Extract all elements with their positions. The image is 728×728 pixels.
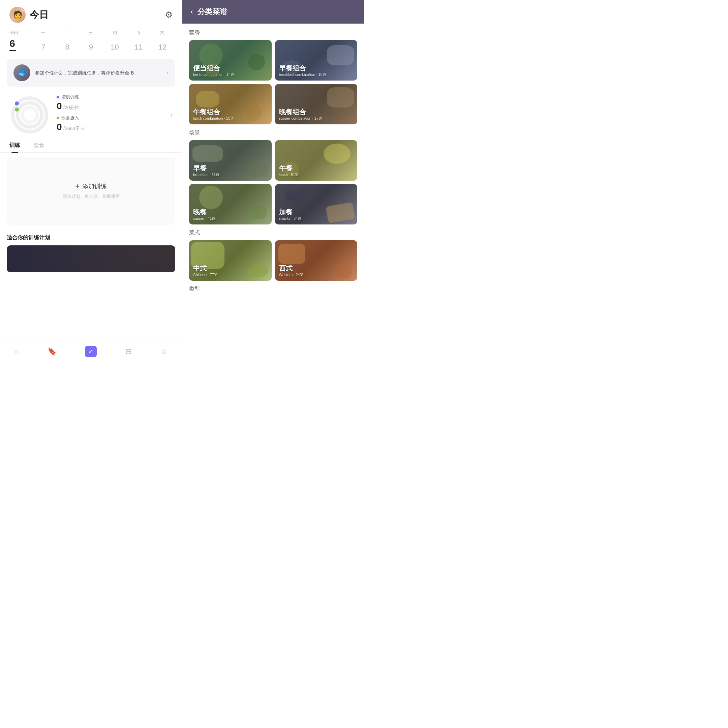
nav-profile[interactable]: ☺ [153,346,174,357]
tab-training[interactable]: 训练 [9,139,20,152]
add-training-button[interactable]: + 添加训练 [75,182,107,191]
food-name-snacks: 加餐 [279,208,302,216]
food-sub-snacks: snacks · 34道 [279,216,302,221]
food-sub-western: Western · 24道 [279,272,304,277]
expand-arrow-icon[interactable]: › [171,112,173,119]
add-training-subtitle: 添加计划、单节课、直播课等 [63,193,120,200]
tab-diet[interactable]: 饮食 [34,139,44,152]
day-label-2: 二 [57,30,77,36]
day-label-3: 三 [81,30,101,36]
ring-stats: 增肌训练 0 /20分钟 饮食摄入 0 /2660千卡 [57,94,161,136]
bottom-nav: ⌂ 🔖 ✓ ⊟ ☺ [0,340,182,364]
muscle-label: 增肌训练 [61,94,79,100]
nav-home[interactable]: ⌂ [8,346,25,357]
svg-point-2 [22,107,37,122]
diet-stat: 饮食摄入 0 /2660千卡 [57,115,161,133]
grid-scenes: 早餐 breakfast · 67道 午餐 lunch · 81道 [189,140,357,225]
avatar[interactable]: 🧑 [9,7,26,23]
diet-unit: /2660千卡 [63,126,85,131]
food-sub-lunch: lunch · 81道 [279,172,299,177]
promo-avatar: 🧢 [14,64,30,81]
recommend-section: 适合你的训练计划 [0,229,182,272]
right-title: 分类菜谱 [197,7,227,17]
food-name-dinner: 晚餐 [193,208,216,216]
food-card-lunch[interactable]: 午餐 lunch · 81道 [275,140,358,180]
food-name-lunch-combo: 午餐组合 [193,108,234,116]
home-icon: ⌂ [14,347,18,356]
calendar-dates: 6 7 8 9 10 11 12 [9,38,173,51]
food-name-supper-combo: 晚餐组合 [279,108,322,116]
date-3[interactable]: 9 [81,43,101,51]
day-label-6: 六 [152,30,173,36]
page-title: 今日 [30,8,49,21]
day-label-5: 五 [128,30,148,36]
food-card-chinese[interactable]: 中式 Chinese · 77道 [189,240,272,281]
plan-card[interactable] [7,245,175,272]
add-training-area[interactable]: + 添加训练 添加计划、单节课、直播课等 [7,157,175,225]
bookmark-icon: 🔖 [47,347,57,356]
food-card-snacks[interactable]: 加餐 snacks · 34道 [275,184,358,225]
grid-cuisine: 中式 Chinese · 77道 西式 Western · 24道 [189,240,357,281]
section-label-3: 类型 [189,286,357,292]
diet-dot [15,107,19,112]
right-content: 套餐 便当组合 bento combination · 14道 [182,24,364,302]
food-name-lunch: 午餐 [279,164,299,172]
food-sub-supper-combo: supper combination · 17道 [279,116,322,121]
food-card-lunch-combo[interactable]: 午餐组合 lunch combination · 10道 [189,84,272,124]
check-icon: ✓ [85,346,97,357]
date-6[interactable]: 12 [152,43,173,51]
date-5[interactable]: 11 [128,43,148,51]
food-name-breakfast: 早餐 [193,164,219,172]
section-label-1: 场景 [189,129,357,136]
food-sub-lunch-combo: lunch combination · 10道 [193,116,234,121]
food-name-western: 西式 [279,264,304,272]
nav-check[interactable]: ✓ [78,344,104,359]
food-name-chinese: 中式 [193,264,218,272]
food-card-dinner[interactable]: 晚餐 supper · 41道 [189,184,272,225]
gear-icon[interactable]: ⚙ [165,10,173,20]
food-sub-bento: bento combination · 14道 [193,72,234,77]
food-card-breakfast-combo[interactable]: 早餐组合 breakfast combination · 10道 [275,40,358,81]
plan-card-overlay [7,245,175,272]
section-label-0: 套餐 [189,29,357,36]
back-arrow-icon[interactable]: ‹ [190,8,193,16]
food-sub-chinese: Chinese · 77道 [193,272,218,277]
date-4[interactable]: 10 [105,43,125,51]
notification-badge [21,7,26,11]
nav-plan[interactable]: ⊟ [119,346,138,357]
day-label-1: 一 [34,30,54,36]
right-panel: ‹ 分类菜谱 套餐 便当组合 bento combination · 14道 [182,0,364,364]
food-card-breakfast[interactable]: 早餐 breakfast · 67道 [189,140,272,180]
day-label-0: 今日 [9,30,30,36]
muscle-unit: /20分钟 [63,105,79,110]
diet-indicator [57,116,59,119]
promo-card[interactable]: 🧢 参加个性计划，完成训练任务，将评价提升至 B › [7,59,175,87]
food-card-bento[interactable]: 便当组合 bento combination · 14道 [189,40,272,81]
muscle-indicator [57,96,59,98]
profile-icon: ☺ [160,347,168,356]
food-card-supper-combo[interactable]: 晚餐组合 supper combination · 17道 [275,84,358,124]
calendar: 今日 一 二 三 四 五 六 6 7 8 9 10 [0,26,182,56]
date-today[interactable]: 6 [9,38,30,51]
food-card-western[interactable]: 西式 Western · 24道 [275,240,358,281]
calendar-days-header: 今日 一 二 三 四 五 六 [9,30,173,36]
diet-value: 0 [57,122,62,132]
ring-section: 增肌训练 0 /20分钟 饮食摄入 0 /2660千卡 › [0,91,182,139]
food-sub-breakfast: breakfast · 67道 [193,172,219,177]
add-training-label: 添加训练 [82,182,107,190]
food-sub-breakfast-combo: breakfast combination · 10道 [279,72,326,77]
date-2[interactable]: 8 [57,43,77,51]
day-label-4: 四 [105,30,125,36]
food-name-breakfast-combo: 早餐组合 [279,64,326,72]
promo-text: 参加个性计划，完成训练任务，将评价提升至 B [35,69,162,76]
header: 🧑 今日 ⚙ [0,0,182,26]
nav-bookmark[interactable]: 🔖 [41,346,63,357]
diet-label: 饮食摄入 [61,115,79,121]
promo-arrow-icon: › [167,70,168,76]
date-1[interactable]: 7 [34,43,54,51]
activity-ring [9,95,50,135]
tab-underline [11,151,18,153]
section-label-2: 菜式 [189,229,357,236]
muscle-dot [15,101,19,106]
ring-dots [15,101,19,112]
